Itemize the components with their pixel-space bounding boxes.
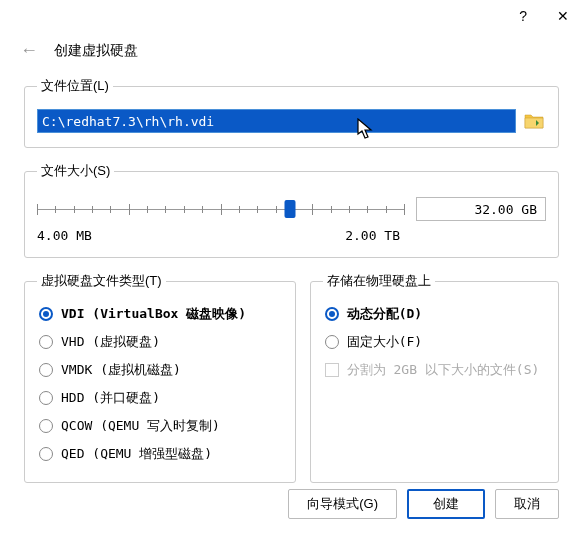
disk-type-label: HDD (并口硬盘)	[61, 389, 160, 407]
help-icon[interactable]: ?	[519, 8, 527, 24]
slider-thumb[interactable]	[285, 200, 296, 218]
page-title: 创建虚拟硬盘	[54, 42, 138, 60]
disk-type-option-2[interactable]: VMDK (虚拟机磁盘)	[37, 356, 283, 384]
storage-label: 固定大小(F)	[347, 333, 422, 351]
cancel-button[interactable]: 取消	[495, 489, 559, 519]
disk-type-label: VHD (虚拟硬盘)	[61, 333, 160, 351]
browse-button[interactable]	[522, 109, 546, 133]
size-input[interactable]	[416, 197, 546, 221]
disk-type-option-1[interactable]: VHD (虚拟硬盘)	[37, 328, 283, 356]
back-icon[interactable]: ←	[14, 38, 44, 63]
disk-type-legend: 虚拟硬盘文件类型(T)	[37, 272, 166, 290]
storage-option-0[interactable]: 动态分配(D)	[323, 300, 546, 328]
folder-icon	[524, 112, 544, 130]
radio-icon	[325, 335, 339, 349]
split-label: 分割为 2GB 以下大小的文件(S)	[347, 361, 540, 379]
radio-icon	[39, 447, 53, 461]
file-location-legend: 文件位置(L)	[37, 77, 113, 95]
disk-type-group: 虚拟硬盘文件类型(T) VDI (VirtualBox 磁盘映像)VHD (虚拟…	[24, 272, 296, 483]
radio-icon	[39, 363, 53, 377]
size-max-label: 2.00 TB	[345, 228, 400, 243]
radio-icon	[325, 307, 339, 321]
guide-mode-button[interactable]: 向导模式(G)	[288, 489, 397, 519]
radio-icon	[39, 391, 53, 405]
size-min-label: 4.00 MB	[37, 228, 92, 243]
disk-type-label: QCOW (QEMU 写入时复制)	[61, 417, 220, 435]
disk-type-label: QED (QEMU 增强型磁盘)	[61, 445, 212, 463]
close-icon[interactable]: ✕	[557, 8, 569, 24]
disk-type-label: VDI (VirtualBox 磁盘映像)	[61, 305, 246, 323]
disk-type-option-4[interactable]: QCOW (QEMU 写入时复制)	[37, 412, 283, 440]
storage-legend: 存储在物理硬盘上	[323, 272, 435, 290]
split-checkbox	[325, 363, 339, 377]
split-checkbox-item: 分割为 2GB 以下大小的文件(S)	[323, 356, 546, 384]
radio-icon	[39, 419, 53, 433]
size-slider[interactable]	[37, 196, 404, 222]
radio-icon	[39, 335, 53, 349]
file-size-legend: 文件大小(S)	[37, 162, 114, 180]
disk-type-option-5[interactable]: QED (QEMU 增强型磁盘)	[37, 440, 283, 468]
storage-option-1[interactable]: 固定大小(F)	[323, 328, 546, 356]
radio-icon	[39, 307, 53, 321]
file-path-input[interactable]	[37, 109, 516, 133]
file-location-group: 文件位置(L)	[24, 77, 559, 148]
storage-group: 存储在物理硬盘上 动态分配(D)固定大小(F) 分割为 2GB 以下大小的文件(…	[310, 272, 559, 483]
file-size-group: 文件大小(S) 4.00 MB 2.00 TB	[24, 162, 559, 258]
create-button[interactable]: 创建	[407, 489, 485, 519]
storage-label: 动态分配(D)	[347, 305, 422, 323]
disk-type-label: VMDK (虚拟机磁盘)	[61, 361, 181, 379]
disk-type-option-0[interactable]: VDI (VirtualBox 磁盘映像)	[37, 300, 283, 328]
disk-type-option-3[interactable]: HDD (并口硬盘)	[37, 384, 283, 412]
